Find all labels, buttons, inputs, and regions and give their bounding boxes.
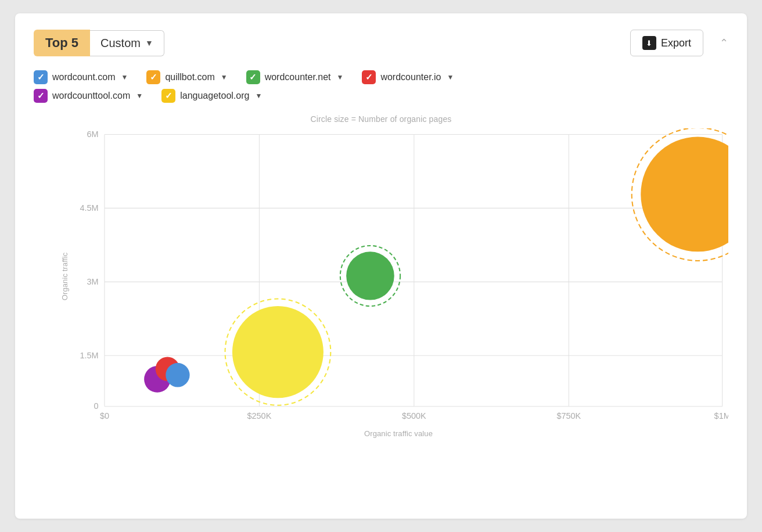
legend-item-wordcounternet[interactable]: ✓ wordcounter.net ▼ xyxy=(246,70,344,84)
legend-label-wordcounterio: wordcounter.io xyxy=(380,72,441,82)
custom-dropdown[interactable]: Custom ▼ xyxy=(90,30,164,56)
chart-svg: 6M 4.5M 3M 1.5M 0 $0 $250K $500K $750K $… xyxy=(69,128,728,425)
legend-arrow-quillbot[interactable]: ▼ xyxy=(221,73,228,81)
svg-text:$0: $0 xyxy=(100,411,109,420)
dropdown-arrow-icon: ▼ xyxy=(145,38,153,48)
x-axis-label: Organic traffic value xyxy=(69,429,728,438)
top-bar: Top 5 Custom ▼ ⬇ Export ⌃ xyxy=(34,30,728,56)
checkbox-wordcounternet[interactable]: ✓ xyxy=(246,70,260,84)
legend-row-2: ✓ wordcounttool.com ▼ ✓ languagetool.org… xyxy=(34,89,728,103)
legend-arrow-wordcounterio[interactable]: ▼ xyxy=(447,73,454,81)
chevron-up-icon[interactable]: ⌃ xyxy=(720,37,728,49)
checkbox-quillbot[interactable]: ✓ xyxy=(146,70,160,84)
legend-label-wordcounternet: wordcounter.net xyxy=(265,72,331,82)
legend-item-quillbot[interactable]: ✓ quillbot.com ▼ xyxy=(146,70,227,84)
chart-container: Organic traffic 6M 4.5M 3M 1.5M xyxy=(69,128,728,425)
legend-item-wordcounttool[interactable]: ✓ wordcounttool.com ▼ xyxy=(34,89,143,103)
legend-item-wordcounterio[interactable]: ✓ wordcounter.io ▼ xyxy=(362,70,454,84)
svg-text:3M: 3M xyxy=(87,276,99,286)
legend-item-languagetool[interactable]: ✓ languagetool.org ▼ xyxy=(161,89,262,103)
legend-label-languagetool: languagetool.org xyxy=(180,91,249,101)
bubble-wordcount[interactable] xyxy=(166,363,189,387)
top-bar-left: Top 5 Custom ▼ xyxy=(34,30,164,56)
svg-text:0: 0 xyxy=(94,401,99,411)
legend-arrow-wordcounternet[interactable]: ▼ xyxy=(337,73,344,81)
svg-text:6M: 6M xyxy=(87,130,99,139)
checkbox-languagetool[interactable]: ✓ xyxy=(161,89,175,103)
main-card: Top 5 Custom ▼ ⬇ Export ⌃ ✓ wordcount.co… xyxy=(15,13,747,519)
bubble-wordcounternet[interactable] xyxy=(346,251,394,300)
bubble-quillbot[interactable] xyxy=(641,137,728,252)
chart-subtitle: Circle size = Number of organic pages xyxy=(34,114,728,124)
svg-text:4.5M: 4.5M xyxy=(80,203,99,213)
checkbox-wordcounterio[interactable]: ✓ xyxy=(362,70,376,84)
svg-text:$500K: $500K xyxy=(402,411,426,420)
export-icon: ⬇ xyxy=(642,36,656,50)
svg-text:$750K: $750K xyxy=(556,411,581,420)
legend-arrow-languagetool[interactable]: ▼ xyxy=(255,92,262,100)
chart-area: Circle size = Number of organic pages Or… xyxy=(34,114,728,440)
legend-row-1: ✓ wordcount.com ▼ ✓ quillbot.com ▼ ✓ wor… xyxy=(34,70,728,84)
custom-label: Custom xyxy=(100,37,141,50)
y-axis-label: Organic traffic xyxy=(60,253,69,301)
legend-label-wordcounttool: wordcounttool.com xyxy=(52,91,130,101)
top5-badge[interactable]: Top 5 xyxy=(34,30,90,56)
bubble-wordcounttool[interactable] xyxy=(232,306,324,398)
legend: ✓ wordcount.com ▼ ✓ quillbot.com ▼ ✓ wor… xyxy=(34,70,728,103)
legend-label-quillbot: quillbot.com xyxy=(165,72,214,82)
checkbox-wordcount[interactable]: ✓ xyxy=(34,70,48,84)
svg-text:$1M: $1M xyxy=(714,411,728,420)
export-button[interactable]: ⬇ Export xyxy=(630,30,703,56)
legend-arrow-wordcount[interactable]: ▼ xyxy=(121,73,128,81)
svg-text:$250K: $250K xyxy=(247,411,272,420)
export-label: Export xyxy=(661,37,691,49)
legend-label-wordcount: wordcount.com xyxy=(52,72,116,82)
checkbox-wordcounttool[interactable]: ✓ xyxy=(34,89,48,103)
legend-arrow-wordcounttool[interactable]: ▼ xyxy=(136,92,143,100)
svg-text:1.5M: 1.5M xyxy=(80,350,99,360)
legend-item-wordcount[interactable]: ✓ wordcount.com ▼ xyxy=(34,70,128,84)
